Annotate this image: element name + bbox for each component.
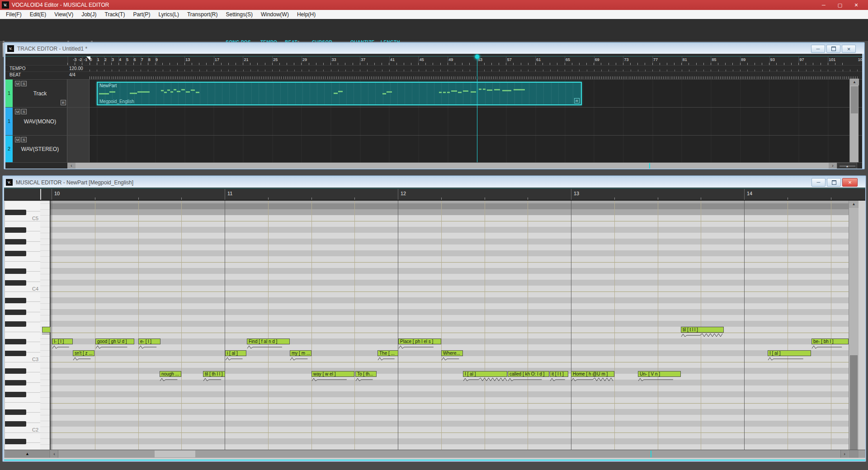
app-minimize-button[interactable]: ─: [816, 1, 831, 9]
note-to[interactable]: To [ th...: [355, 371, 377, 377]
zoom-slider-handle[interactable]: ▲: [845, 164, 849, 168]
note-nough[interactable]: nough ...: [160, 371, 181, 377]
mute-button[interactable]: M: [15, 137, 20, 142]
musical-editor-titlebar[interactable]: V. MUSICAL EDITOR - NewPart [Megpoid_Eng…: [4, 177, 865, 188]
menu-item-window[interactable]: Window(W): [257, 10, 293, 19]
scroll-thumb[interactable]: [850, 355, 858, 450]
keyboard-scroll-button[interactable]: ▲: [5, 450, 50, 458]
musical-editor-hscrollbar[interactable]: ▲‹›: [4, 450, 865, 458]
track-timeline[interactable]: [67, 136, 849, 163]
menu-item-view[interactable]: View(V): [50, 10, 77, 19]
menu-item-job[interactable]: Job(J): [77, 10, 100, 19]
note-e-[interactable]: e- [ l ]: [138, 338, 160, 344]
note-til[interactable]: til [ t l l ]: [681, 327, 724, 333]
part-newpart[interactable]: NewPartMegpoid_EnglishR: [97, 82, 582, 105]
window-minimize-button[interactable]: ─: [811, 45, 825, 53]
solo-button[interactable]: S: [21, 81, 27, 86]
menu-item-settings[interactable]: Settings(S): [222, 10, 257, 19]
part-render-badge[interactable]: R: [574, 98, 580, 103]
track-timeline[interactable]: [67, 108, 849, 136]
solo-button[interactable]: S: [21, 109, 27, 114]
track-row-wavmono[interactable]: 1MSWAV(MONO): [5, 107, 862, 135]
ruler-measure-label: 57: [507, 57, 515, 62]
note-un-[interactable]: Un- [ V n ]: [638, 371, 681, 377]
menu-bar: File(F)Edit(E)View(V)Job(J)Track(T)Part(…: [0, 10, 868, 19]
scroll-up-button[interactable]: ▲: [849, 201, 859, 208]
app-close-button[interactable]: ×: [849, 1, 863, 9]
scroll-position-marker: [649, 163, 650, 169]
beat-row[interactable]: BEAT4/4: [5, 71, 862, 79]
menu-item-help[interactable]: Help(H): [293, 10, 320, 19]
note-layer: til [ t l l ]I- [ l ]good [ gh U d ]e- […: [5, 201, 849, 450]
scroll-thumb[interactable]: [155, 451, 195, 457]
tempo-row-value[interactable]: 120.00: [69, 66, 92, 71]
zoom-slider[interactable]: ▲: [837, 163, 857, 169]
menu-item-lyrics[interactable]: Lyrics(L): [154, 10, 183, 19]
mute-button[interactable]: M: [15, 81, 20, 86]
track-row-track[interactable]: 1MSTrackRNewPartMegpoid_EnglishR: [5, 79, 862, 107]
window-close-button[interactable]: ×: [842, 45, 856, 53]
track-timeline[interactable]: NewPartMegpoid_EnglishR: [67, 80, 849, 108]
part-name: NewPart: [99, 83, 167, 89]
note-i[interactable]: I [ al ]: [768, 350, 811, 356]
note-til[interactable]: til [ th l l ]: [203, 371, 225, 377]
note-my[interactable]: my [ m ...: [290, 350, 311, 356]
part-mini-note: [487, 89, 492, 91]
tempo-row[interactable]: TEMPO120.00: [5, 65, 862, 71]
scroll-right-button[interactable]: ›: [829, 163, 837, 169]
playhead-marker[interactable]: [475, 54, 480, 59]
beat-row-value[interactable]: 4/4: [69, 72, 92, 78]
note-i-[interactable]: I- [ l ]: [52, 338, 73, 344]
scroll-right-button[interactable]: ›: [840, 450, 848, 458]
note-be-[interactable]: be- [ bh l ]: [811, 338, 849, 344]
mute-button[interactable]: M: [15, 109, 20, 114]
track-editor-ruler[interactable]: -3-2-10123456789131721252933374145495357…: [5, 54, 862, 65]
musical-editor-vscrollbar[interactable]: ▲: [849, 201, 859, 450]
app-maximize-button[interactable]: ▢: [833, 1, 847, 9]
scroll-thumb[interactable]: [851, 86, 858, 113]
track-editor-vscrollbar[interactable]: ▲: [849, 79, 859, 162]
track-editor-hscrollbar[interactable]: ‹›▲: [5, 162, 862, 169]
menu-item-transport[interactable]: Transport(R): [183, 10, 222, 19]
track-editor-content: -3-2-10123456789131721252933374145495357…: [5, 54, 862, 169]
window-close-button[interactable]: ×: [842, 178, 858, 187]
track-header-cell[interactable]: MSWAV(MONO): [13, 108, 67, 136]
note[interactable]: [42, 327, 51, 333]
scroll-left-button[interactable]: ‹: [51, 450, 58, 458]
note-way[interactable]: way [ w el ]: [311, 371, 354, 377]
note-where[interactable]: Where...: [441, 350, 463, 356]
track-row-wavstereo[interactable]: 2MSWAV(STEREO): [5, 135, 862, 162]
note-i[interactable]: I [ al ]: [463, 371, 507, 377]
track-header-cell[interactable]: MSTrackR: [13, 80, 67, 108]
note-it[interactable]: it [ l t ]: [550, 371, 568, 377]
window-restore-button[interactable]: [826, 45, 840, 53]
note-called[interactable]: called [ kh O: l d ]: [508, 371, 549, 377]
note-snt[interactable]: sn't [ z ...: [73, 350, 94, 356]
render-button[interactable]: R: [61, 100, 66, 105]
menu-item-file[interactable]: File(F): [2, 10, 26, 19]
track-header-cell[interactable]: MSWAV(STEREO): [13, 136, 67, 163]
scroll-left-button[interactable]: ‹: [67, 163, 75, 169]
timeline-grid: [67, 108, 849, 136]
window-minimize-button[interactable]: ─: [811, 178, 826, 187]
window-restore-button[interactable]: [827, 178, 841, 187]
note-find[interactable]: Find [ f al n d ]: [247, 338, 290, 344]
scroll-track[interactable]: [75, 163, 829, 169]
note-place[interactable]: Place [ ph l el s ]: [398, 338, 441, 344]
ruler-measure-label: 25: [273, 57, 281, 62]
musical-editor-ruler[interactable]: 1011121314: [4, 188, 865, 201]
solo-button[interactable]: S: [21, 137, 27, 142]
note-home[interactable]: Home [ h @U m ]: [571, 371, 614, 377]
scroll-up-button[interactable]: ▲: [850, 79, 859, 85]
menu-item-track[interactable]: Track(T): [101, 10, 129, 19]
playhead-line: [477, 56, 477, 162]
menu-item-part[interactable]: Part(P): [129, 10, 154, 19]
part-mini-note: [439, 92, 442, 93]
note-the[interactable]: The [ ...: [377, 350, 398, 356]
ruler-measure-label: 7: [139, 57, 145, 62]
note-good[interactable]: good [ gh U d ]: [95, 338, 134, 344]
track-editor-titlebar[interactable]: V. TRACK EDITOR - Untitled1 * ─ ×: [5, 44, 864, 54]
menu-item-edit[interactable]: Edit(E): [26, 10, 51, 19]
note-i[interactable]: i [ al ]: [225, 350, 246, 356]
part-mini-note: [494, 89, 500, 90]
